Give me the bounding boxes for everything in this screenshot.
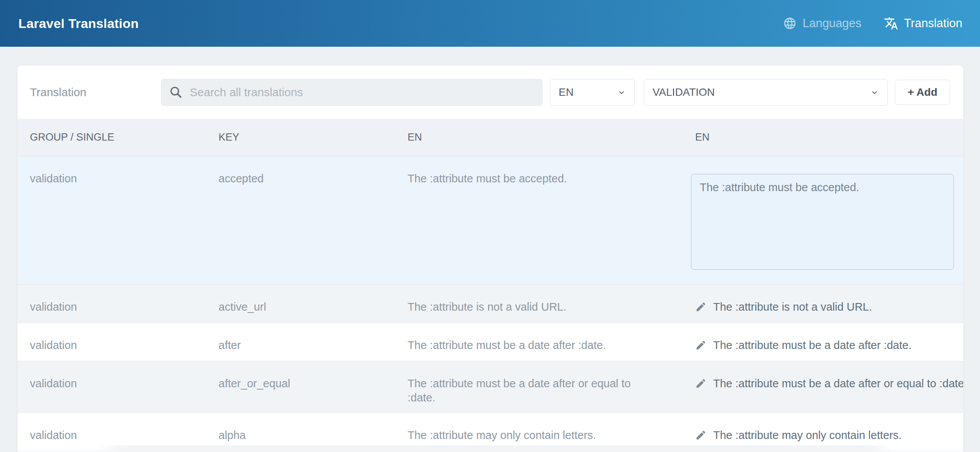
table-row: validation accepted The :attribute must … <box>18 156 963 284</box>
edit-pencil-icon <box>695 378 707 389</box>
translations-table: GROUP / SINGLE KEY EN EN validation acce… <box>18 119 963 451</box>
cell-group: validation <box>18 284 206 323</box>
nav-languages[interactable]: Languages <box>783 16 861 30</box>
cell-source-text: The :attribute must be accepted. <box>395 156 683 284</box>
cell-key: after_or_equal <box>206 361 395 413</box>
column-header-target: EN <box>683 119 963 156</box>
translation-text: The :attribute is not a valid URL. <box>713 300 872 314</box>
table-body: validation accepted The :attribute must … <box>18 156 963 451</box>
translation-display[interactable]: The :attribute is not a valid URL. <box>695 300 963 314</box>
cell-group: validation <box>18 156 206 284</box>
search-input[interactable] <box>161 79 543 106</box>
translation-card: Translation EN VALIDATION + Add GROUP / … <box>18 66 963 452</box>
locale-select-value: EN <box>559 86 574 98</box>
cell-key: accepted <box>206 156 395 284</box>
card-title: Translation <box>30 86 161 99</box>
edit-pencil-icon <box>695 429 707 441</box>
translation-text: The :attribute must be a date after :dat… <box>713 338 911 352</box>
cell-key: alpha <box>206 413 395 451</box>
translation-text: The :attribute must be a date after or e… <box>713 377 963 391</box>
group-select[interactable]: VALIDATION <box>644 79 888 106</box>
table-row: validation active_url The :attribute is … <box>18 284 963 323</box>
group-select-value: VALIDATION <box>653 86 715 98</box>
edit-pencil-icon <box>695 301 707 313</box>
chevron-down-icon <box>870 88 879 97</box>
translate-icon <box>884 16 898 31</box>
cell-source-text: The :attribute may only contain letters. <box>395 413 683 451</box>
column-header-key: KEY <box>206 119 395 156</box>
app-title: Laravel Translation <box>18 16 139 31</box>
table-row: validation after The :attribute must be … <box>18 323 963 361</box>
locale-select[interactable]: EN <box>550 79 635 106</box>
cell-source-text: The :attribute must be a date after :dat… <box>395 323 683 361</box>
table-header-row: GROUP / SINGLE KEY EN EN <box>18 119 963 156</box>
chevron-down-icon <box>617 88 626 97</box>
nav-translation-label: Translation <box>904 16 962 30</box>
cell-source-text: The :attribute is not a valid URL. <box>395 284 683 323</box>
header-nav: Languages Translation <box>783 16 962 31</box>
cell-group: validation <box>18 413 206 451</box>
column-header-group: GROUP / SINGLE <box>18 119 206 156</box>
cell-group: validation <box>18 323 206 361</box>
toolbar: Translation EN VALIDATION + Add <box>18 66 963 119</box>
search-box <box>161 79 543 106</box>
cell-source-text: The :attribute must be a date after or e… <box>395 361 683 413</box>
cell-key: after <box>206 323 395 361</box>
translation-text: The :attribute may only contain letters. <box>713 428 902 442</box>
translation-display[interactable]: The :attribute must be a date after :dat… <box>695 338 963 352</box>
edit-pencil-icon <box>695 339 707 351</box>
nav-languages-label: Languages <box>802 16 861 30</box>
translation-display[interactable]: The :attribute must be a date after or e… <box>695 377 963 391</box>
table-row: validation after_or_equal The :attribute… <box>18 361 963 413</box>
search-icon <box>169 86 183 99</box>
nav-translation[interactable]: Translation <box>884 16 962 31</box>
cell-group: validation <box>18 361 206 413</box>
add-button[interactable]: + Add <box>895 80 950 105</box>
table-row: validation alpha The :attribute may only… <box>18 413 963 451</box>
globe-icon <box>783 16 797 30</box>
column-header-source: EN <box>395 119 683 156</box>
translation-editor[interactable]: The :attribute must be accepted. <box>691 174 954 270</box>
app-header: Laravel Translation Languages Translatio… <box>0 0 980 47</box>
cell-key: active_url <box>206 284 395 323</box>
translation-display[interactable]: The :attribute may only contain letters. <box>695 428 963 442</box>
